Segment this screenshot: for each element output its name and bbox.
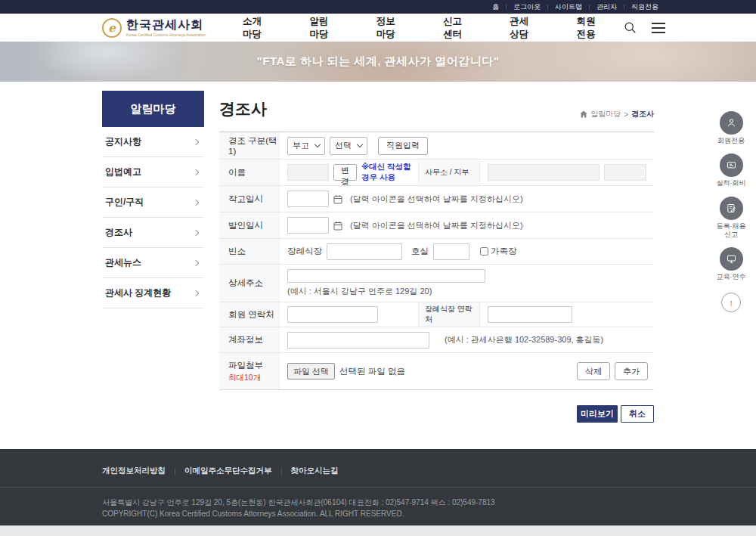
footer-link-directions[interactable]: 찾아오시는길	[291, 466, 339, 476]
topbar-link-admin[interactable]: 관리자	[590, 2, 624, 12]
sidebar-item-label: 입법예고	[105, 166, 141, 178]
nav-info[interactable]: 정보마당	[376, 15, 404, 41]
sidebar-item-label: 구인/구직	[105, 196, 144, 209]
sidebar-item-label: 관세사 징계현황	[105, 287, 171, 299]
field-label-address: 상세주소	[219, 265, 280, 302]
footer-address: 서울특별시 강남구 언주로 129길 20, 5층(논현동) 한국관세사회관(0…	[102, 497, 756, 508]
divider	[281, 468, 282, 475]
office-input[interactable]	[488, 164, 600, 181]
home-icon	[580, 110, 587, 118]
field-label-account: 계좌정보	[219, 327, 280, 352]
quickmenu-dues[interactable]: 실적·회비	[717, 153, 746, 187]
chevron-right-icon	[193, 138, 199, 144]
page-title: 경조사	[219, 98, 267, 119]
breadcrumb: 알림마당 > 경조사	[580, 109, 654, 119]
file-select-button[interactable]: 파일 선택	[287, 363, 335, 380]
preview-button[interactable]: 미리보기	[577, 405, 618, 423]
scroll-to-top-button[interactable]: ↑	[721, 293, 741, 312]
member-contact-input[interactable]	[287, 306, 378, 323]
quickmenu-label: 실적·회비	[717, 179, 746, 187]
breadcrumb-section[interactable]: 알림마당	[590, 109, 621, 119]
sidebar: 알림마당 공지사항 입법예고 구인/구직 경조사 관세뉴스 관세사 징계현황	[102, 91, 204, 449]
nav-intro[interactable]: 소개마당	[243, 15, 270, 41]
cancel-button[interactable]: 취소	[621, 405, 654, 423]
chevron-right-icon	[193, 199, 199, 205]
family-funeral-label: 가족장	[491, 246, 517, 257]
bottom-strip	[0, 525, 756, 536]
death-date-input[interactable]	[287, 191, 329, 207]
funeral-date-hint: (달력 아이콘을 선택하여 날짜를 지정하십시오)	[350, 220, 523, 231]
family-funeral-checkbox[interactable]	[480, 247, 488, 256]
address-input[interactable]	[287, 269, 485, 283]
change-name-button[interactable]: 변경	[333, 164, 357, 181]
logo-subtitle: Korea Certified Customs Attorneys Associ…	[126, 33, 206, 37]
room-label: 호실	[411, 246, 429, 257]
staff-input-button[interactable]: 직원입력	[378, 137, 428, 155]
chevron-right-icon	[193, 290, 199, 296]
footer-copyright: COPYRIGHT(C) Korea Certified Customs Att…	[102, 508, 756, 519]
breadcrumb-separator: >	[624, 110, 628, 119]
footer-link-privacy[interactable]: 개인정보처리방침	[102, 466, 166, 476]
search-icon[interactable]	[624, 21, 637, 34]
nav-notice[interactable]: 알림마당	[309, 15, 336, 41]
death-date-hint: (달력 아이콘을 선택하여 날짜를 지정하십시오)	[350, 194, 523, 205]
field-label-category: 경조 구분(택1)	[219, 132, 280, 159]
sidebar-title: 알림마당	[102, 91, 204, 127]
topbar-link-home[interactable]: 홈	[485, 2, 506, 12]
person-icon	[720, 111, 743, 135]
sidebar-item-jobs[interactable]: 구인/구직	[102, 187, 204, 218]
account-hint: (예시 : 관세사은행 102-32589-309, 홍길동)	[445, 334, 603, 345]
topbar-link-logout[interactable]: 로그아웃	[507, 2, 547, 12]
category-sub-select[interactable]: 선택	[330, 137, 367, 155]
sidebar-item-label: 관세뉴스	[105, 256, 141, 269]
nav-members[interactable]: 회원전용	[577, 15, 604, 41]
sidebar-item-label: 경조사	[105, 226, 132, 239]
field-label-funeral-date: 발인일시	[219, 212, 280, 238]
name-note: ※대신 작성할 경우 사용	[361, 162, 412, 183]
sidebar-item-customs-news[interactable]: 관세뉴스	[102, 248, 204, 278]
field-label-hall-contact: 장례식장 연락처	[418, 302, 480, 327]
logo[interactable]: e 한국관세사회 Korea Certified Customs Attorne…	[102, 18, 220, 38]
sidebar-item-legislation[interactable]: 입법예고	[102, 157, 204, 187]
chevron-right-icon	[193, 229, 199, 235]
category-type-select[interactable]: 부고	[287, 137, 325, 155]
sidebar-item-family-events[interactable]: 경조사	[102, 218, 204, 248]
nav-consult[interactable]: 관세상담	[510, 15, 537, 41]
funeral-date-input[interactable]	[287, 217, 329, 234]
account-input[interactable]	[287, 332, 429, 349]
divider	[175, 468, 175, 475]
sidebar-item-notice[interactable]: 공지사항	[102, 127, 204, 157]
field-label-office: 사무소 / 지부	[418, 160, 480, 185]
logo-icon: e	[102, 18, 122, 38]
topbar-link-sitemap[interactable]: 사이트맵	[548, 2, 589, 12]
room-input[interactable]	[433, 243, 469, 260]
chevron-down-icon	[357, 141, 363, 147]
quickmenu-education[interactable]: 교육·연수	[717, 247, 746, 281]
add-file-button[interactable]: 추가	[615, 362, 648, 380]
hall-contact-input[interactable]	[488, 306, 572, 323]
site-header: e 한국관세사회 Korea Certified Customs Attorne…	[0, 14, 756, 42]
main-content: 경조사 알림마당 > 경조사 경조 구분(택1) 부고 선택 직원입력 이름	[219, 91, 654, 449]
calendar-icon[interactable]	[333, 221, 342, 231]
field-label-death-date: 작고일시	[219, 186, 280, 212]
quickmenu-label: 등록·채용신고	[717, 222, 746, 240]
topbar-link-staff[interactable]: 직원전용	[624, 2, 665, 12]
name-input[interactable]	[287, 164, 329, 181]
field-label-mortuary: 빈소	[219, 239, 280, 264]
quickmenu-members[interactable]: 회원전용	[717, 111, 745, 145]
branch-input[interactable]	[604, 164, 646, 181]
footer-link-email-refusal[interactable]: 이메일주소무단수집거부	[184, 466, 272, 476]
quickmenu-registration[interactable]: 등록·채용신고	[717, 197, 746, 240]
quickmenu-label: 회원전용	[717, 137, 745, 145]
menu-icon[interactable]	[652, 23, 665, 33]
breadcrumb-current: 경조사	[631, 109, 654, 119]
nav-report[interactable]: 신고센터	[443, 15, 470, 41]
sidebar-item-discipline[interactable]: 관세사 징계현황	[102, 278, 204, 308]
document-edit-icon	[720, 197, 743, 220]
calendar-icon[interactable]	[333, 194, 342, 204]
board-icon	[720, 153, 743, 177]
utility-bar: 홈 로그아웃 사이트맵 관리자 직원전용	[0, 0, 756, 14]
chevron-right-icon	[193, 169, 199, 175]
funeral-hall-input[interactable]	[327, 243, 402, 260]
delete-file-button[interactable]: 삭제	[577, 362, 610, 380]
